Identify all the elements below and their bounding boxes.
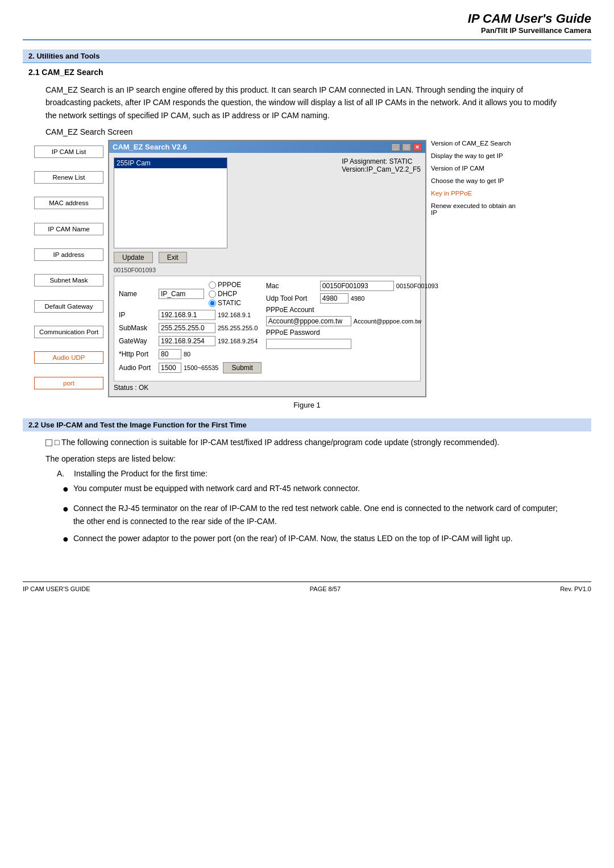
audio-label: Audio Port bbox=[119, 364, 159, 372]
udp-value-display: 4980 bbox=[351, 295, 364, 302]
left-annotations: IP CAM List Renew List MAC address IP CA… bbox=[34, 140, 108, 397]
cam-title: CAM_EZ Search V2.6 bbox=[113, 143, 187, 151]
radio-pppoe: PPPOE bbox=[209, 281, 241, 289]
alpha-label-a: A. bbox=[57, 467, 74, 480]
form-area-left: Name PPPOE DHCP bbox=[119, 281, 262, 376]
form-area-right: Mac 00150F001093 Udp Tool Port 4980 PPPo… bbox=[266, 281, 438, 376]
ip-label: IP bbox=[119, 311, 159, 319]
page-header: IP CAM User's Guide Pan/Tilt IP Surveill… bbox=[23, 11, 591, 40]
section-22: 2.2 Use IP-CAM and Test the Image Functi… bbox=[23, 418, 591, 547]
ip-value-display: 192.168.9.1 bbox=[218, 312, 251, 318]
cam-screen-label: CAM_EZ Search Screen bbox=[45, 127, 569, 136]
pppoe-password-label: PPPoE Password bbox=[266, 329, 320, 337]
bullet-item-1: ● Connect the RJ-45 terminator on the re… bbox=[63, 502, 569, 528]
ann-default-gateway: Default Gateway bbox=[34, 300, 103, 313]
pppoe-account-value: Account@pppoe.com.tw bbox=[354, 318, 421, 325]
mac-row: Mac 00150F001093 bbox=[266, 281, 438, 291]
maximize-btn[interactable]: □ bbox=[402, 143, 411, 151]
ann-ip-address: IP address bbox=[34, 248, 103, 261]
http-input[interactable] bbox=[159, 349, 181, 359]
ann-display-way: Display the way to get IP bbox=[431, 152, 520, 159]
ann-ip-cam-list: IP CAM List bbox=[34, 146, 103, 158]
header-title: IP CAM User's Guide bbox=[23, 11, 591, 26]
cam-buttons: Update Exit bbox=[114, 252, 421, 263]
checkbox-indicator bbox=[45, 439, 52, 446]
figure-label: Figure 1 bbox=[23, 401, 591, 409]
bullet-dot-2: ● bbox=[63, 531, 69, 547]
ip-row: IP 192.168.9.1 bbox=[119, 310, 262, 320]
footer-left: IP CAM USER'S GUIDE bbox=[23, 585, 90, 592]
alpha-text-a: Installing the Product for the first tim… bbox=[74, 467, 208, 480]
ann-ip-cam-name: IP CAM Name bbox=[34, 223, 103, 235]
gateway-label: GateWay bbox=[119, 337, 159, 345]
http-value-display: 80 bbox=[184, 351, 190, 358]
pppoe-account-input[interactable] bbox=[266, 316, 351, 326]
ann-mac-address: MAC address bbox=[34, 197, 103, 209]
minimize-btn[interactable]: _ bbox=[391, 143, 400, 151]
bullet-item-2: ● Connect the power adaptor to the power… bbox=[63, 532, 569, 547]
footer-center: PAGE 8/57 bbox=[310, 585, 341, 592]
mac-value-display: 00150F001093 bbox=[396, 283, 438, 289]
cam-right-info: IP Assignment: STATIC Version:IP_Cam_V2.… bbox=[342, 157, 421, 248]
audio-row: Audio Port 1500~65535 Submit bbox=[119, 362, 262, 373]
footer: IP CAM USER'S GUIDE PAGE 8/57 Rev. PV1.0 bbox=[23, 582, 591, 592]
alpha-list: A. Installing the Product for the first … bbox=[57, 467, 569, 480]
bullet-dot-0: ● bbox=[63, 481, 69, 497]
ann-subnet-mask: Subnet Mask bbox=[34, 274, 103, 286]
name-row: Name PPPOE DHCP bbox=[119, 281, 262, 307]
ann-audio-udp: Audio UDP bbox=[34, 351, 103, 364]
right-annotations: Version of CAM_EZ Search Display the way… bbox=[426, 140, 520, 397]
gateway-row: GateWay 192.168.9.254 bbox=[119, 336, 262, 346]
cam-titlebar: CAM_EZ Search V2.6 _ □ ✕ bbox=[109, 141, 425, 153]
gateway-value-display: 192.168.9.254 bbox=[218, 338, 258, 344]
submask-value-display: 255.255.255.0 bbox=[218, 325, 258, 331]
page-container: IP CAM User's Guide Pan/Tilt IP Surveill… bbox=[0, 0, 614, 604]
section-21-body: CAM_EZ Search is an IP search engine off… bbox=[45, 84, 569, 122]
cam-list-item[interactable]: 255IP Cam bbox=[114, 158, 227, 168]
pppoe-account-input-row: Account@pppoe.com.tw bbox=[266, 316, 438, 326]
ip-assignment-display: IP Assignment: STATIC bbox=[342, 157, 421, 165]
update-button[interactable]: Update bbox=[114, 252, 153, 263]
name-input[interactable] bbox=[159, 289, 204, 299]
udp-input[interactable] bbox=[320, 293, 349, 304]
cam-list-box[interactable]: 255IP Cam bbox=[114, 157, 227, 248]
mac-label: Mac bbox=[266, 282, 320, 290]
submask-input[interactable] bbox=[159, 323, 215, 333]
http-row: *Http Port 80 bbox=[119, 349, 262, 359]
section-2-title: 2. Utilities and Tools bbox=[28, 52, 99, 60]
udp-row: Udp Tool Port 4980 bbox=[266, 293, 438, 304]
cam-top-row: 255IP Cam IP Assignment: STATIC Version:… bbox=[114, 157, 421, 248]
section-22-title: 2.2 Use IP-CAM and Test the Image Functi… bbox=[28, 421, 247, 429]
radio-pppoe-input[interactable] bbox=[209, 281, 216, 289]
bullet-list: ● You computer must be equipped with net… bbox=[63, 482, 569, 547]
ann-audio-port: port bbox=[34, 377, 103, 389]
section-22-body: □ The following connection is suitable f… bbox=[45, 436, 569, 547]
submit-button[interactable]: Submit bbox=[223, 362, 261, 373]
radio-group: PPPOE DHCP STATIC bbox=[209, 281, 241, 307]
bullet-item-0: ● You computer must be equipped with net… bbox=[63, 482, 569, 497]
radio-static: STATIC bbox=[209, 299, 241, 307]
gateway-input[interactable] bbox=[159, 336, 215, 346]
status-row: Status : OK bbox=[114, 384, 421, 392]
audio-input[interactable] bbox=[159, 363, 181, 373]
submask-label: SubMask bbox=[119, 324, 159, 332]
bullet-text-2: Connect the power adaptor to the power p… bbox=[73, 532, 513, 545]
exit-button[interactable]: Exit bbox=[159, 252, 187, 263]
pppoe-password-input[interactable] bbox=[266, 339, 351, 349]
section-2-header: 2. Utilities and Tools bbox=[23, 49, 591, 63]
udp-label: Udp Tool Port bbox=[266, 294, 320, 302]
header-subtitle: Pan/Tilt IP Surveillance Camera bbox=[23, 26, 591, 35]
pppoe-password-row: PPPoE Password bbox=[266, 329, 438, 337]
ip-input[interactable] bbox=[159, 310, 215, 320]
radio-dhcp-input[interactable] bbox=[209, 290, 216, 298]
radio-static-input[interactable] bbox=[209, 300, 216, 307]
ann-version-cam-ez: Version of CAM_EZ Search bbox=[431, 140, 520, 147]
status-label: Status : bbox=[114, 384, 137, 392]
section-22-intro: □ The following connection is suitable f… bbox=[45, 436, 569, 448]
close-btn[interactable]: ✕ bbox=[413, 143, 422, 151]
status-value: OK bbox=[139, 384, 148, 392]
section-21-title: 2.1 CAM_EZ Search bbox=[23, 65, 591, 80]
mac-input[interactable] bbox=[320, 281, 394, 291]
cam-content: 255IP Cam IP Assignment: STATIC Version:… bbox=[109, 153, 425, 396]
cam-window: CAM_EZ Search V2.6 _ □ ✕ 255IP Cam IP As… bbox=[108, 140, 426, 397]
